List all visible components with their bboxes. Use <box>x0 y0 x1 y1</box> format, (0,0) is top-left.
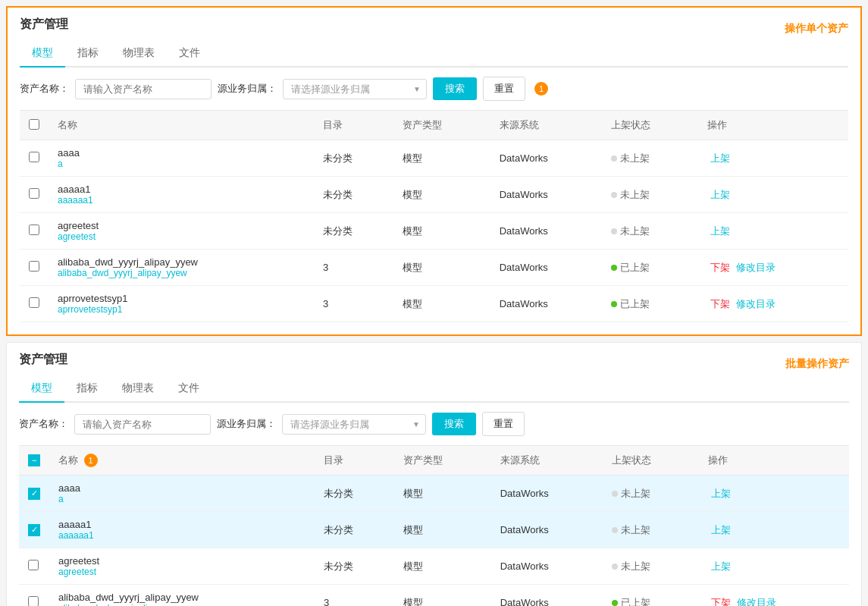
col-1-name: 名称 <box>49 111 314 140</box>
row-1-status-dot-3 <box>611 265 617 271</box>
row-1-status-dot-1 <box>611 192 617 198</box>
row-2-sub-3[interactable]: alibaba_dwd_yyyrj_alipay_yyew <box>58 603 306 606</box>
row-1-actions-4: 下架修改目录 <box>698 286 848 322</box>
row-2-checkbox-3[interactable] <box>28 596 39 606</box>
row-1-action-上架-2[interactable]: 上架 <box>707 225 733 238</box>
row-1-type-4: 模型 <box>393 286 490 322</box>
row-1-actions-2: 上架 <box>698 213 848 250</box>
row-2-actions-1: 上架 <box>699 512 849 548</box>
row-2-dir-3: 3 <box>315 585 394 607</box>
row-1-sub-2[interactable]: agreetest <box>58 231 305 242</box>
panel-2-action-hint: 批量操作资产 <box>785 357 849 371</box>
tab-1-metric[interactable]: 指标 <box>65 40 111 66</box>
row-1-name-4: aprrovetestsyp1 <box>58 293 305 304</box>
table-1-select-all[interactable] <box>29 119 39 130</box>
row-1-status-dot-2 <box>611 228 617 234</box>
row-2-checkbox-2[interactable] <box>28 560 39 570</box>
row-1-checkbox-0[interactable] <box>29 152 39 162</box>
tab-1-file[interactable]: 文件 <box>167 40 212 66</box>
panel-2-search-bar: 资产名称： 源业务归属： 请选择源业务归属 搜索 重置 <box>19 412 849 436</box>
row-1-sub-3[interactable]: alibaba_dwd_yyyrj_alipay_yyew <box>58 268 305 278</box>
row-1-action-上架-0[interactable]: 上架 <box>707 152 733 165</box>
row-1-source-0: DataWorks <box>490 140 602 177</box>
row-1-checkbox-2[interactable] <box>29 225 39 235</box>
search-1-name-input[interactable] <box>75 79 212 99</box>
col-1-action: 操作 <box>698 111 848 140</box>
row-1-action-下架-3[interactable]: 下架 <box>707 261 733 275</box>
row-1-checkbox-1[interactable] <box>29 188 39 199</box>
col-2-type: 资产类型 <box>394 446 490 476</box>
row-1-source-4: DataWorks <box>490 286 602 322</box>
row-2-type-2: 模型 <box>394 548 490 585</box>
reset-1-btn[interactable]: 重置 <box>483 77 525 101</box>
tab-2-file[interactable]: 文件 <box>166 375 212 401</box>
tab-2-metric[interactable]: 指标 <box>64 375 110 401</box>
row-2-action-下架-3[interactable]: 下架 <box>708 596 734 607</box>
row-1-name-3: alibaba_dwd_yyyrj_alipay_yyew <box>58 256 305 268</box>
row-1-source-2: DataWorks <box>490 213 602 250</box>
tab-2-model[interactable]: 模型 <box>19 375 64 403</box>
row-1-action-下架-4[interactable]: 下架 <box>707 297 733 311</box>
row-1-status-dot-0 <box>611 155 617 162</box>
row-1-sub-0[interactable]: a <box>58 159 305 169</box>
col-1-status: 上架状态 <box>602 111 698 140</box>
table-row: alibaba_dwd_yyyrj_alipay_yyewalibaba_dwd… <box>19 585 849 607</box>
panel-1-table: 名称 目录 资产类型 来源系统 上架状态 操作 aaaaa未分类模型DataWo… <box>20 110 848 322</box>
search-1-source-wrapper: 请选择源业务归属 <box>283 79 427 99</box>
row-1-action-修改目录-4[interactable]: 修改目录 <box>733 297 779 311</box>
row-2-action-修改目录-3[interactable]: 修改目录 <box>734 596 779 607</box>
row-2-status-text-3: 已上架 <box>621 597 650 607</box>
panel-2-title: 资产管理 <box>19 352 67 368</box>
table-row: aaaaa未分类模型DataWorks未上架上架 <box>19 476 849 512</box>
row-2-sub-1[interactable]: aaaaaa1 <box>58 530 306 541</box>
row-2-actions-2: 上架 <box>699 548 849 585</box>
row-1-sub-1[interactable]: aaaaaa1 <box>58 195 305 206</box>
row-2-type-0: 模型 <box>394 476 490 512</box>
panel-1-badge: 1 <box>534 82 548 96</box>
row-1-status-text-3: 已上架 <box>620 262 650 273</box>
table-2-select-all-minus[interactable] <box>28 454 40 466</box>
panel-1-action-hint: 操作单个资产 <box>785 22 848 36</box>
row-2-action-上架-1[interactable]: 上架 <box>708 523 734 537</box>
search-1-btn[interactable]: 搜索 <box>433 77 477 100</box>
row-1-action-上架-1[interactable]: 上架 <box>707 188 733 202</box>
row-2-dir-0: 未分类 <box>315 476 394 512</box>
row-1-name-2: agreetest <box>58 220 305 231</box>
search-2-source-select[interactable]: 请选择源业务归属 <box>282 414 426 435</box>
row-2-action-上架-2[interactable]: 上架 <box>708 560 734 573</box>
tab-1-physical[interactable]: 物理表 <box>111 40 167 66</box>
search-2-name-input[interactable] <box>74 414 211 435</box>
search-1-source-select[interactable]: 请选择源业务归属 <box>283 79 427 99</box>
row-2-sub-2[interactable]: agreetest <box>58 567 306 577</box>
search-2-source-label: 源业务归属： <box>217 417 276 431</box>
table-row: agreetestagreetest未分类模型DataWorks未上架上架 <box>20 213 848 250</box>
row-2-sub-0[interactable]: a <box>58 494 306 504</box>
reset-2-btn[interactable]: 重置 <box>482 412 525 436</box>
table-row: aaaaa未分类模型DataWorks未上架上架 <box>20 140 848 177</box>
table-1-header: 名称 目录 资产类型 来源系统 上架状态 操作 <box>20 111 848 140</box>
col-1-dir: 目录 <box>314 111 393 140</box>
panel-2: 资产管理 批量操作资产 模型 指标 物理表 文件 资产名称： 源业务归属： 请选… <box>6 342 862 606</box>
row-1-dir-4: 3 <box>314 286 393 322</box>
row-1-status-text-0: 未上架 <box>620 152 650 164</box>
row-1-type-0: 模型 <box>393 140 490 177</box>
search-2-btn[interactable]: 搜索 <box>432 413 476 435</box>
tab-1-model[interactable]: 模型 <box>20 40 65 68</box>
row-1-type-2: 模型 <box>393 213 490 250</box>
row-2-checkbox-0[interactable] <box>28 488 40 500</box>
row-1-sub-4[interactable]: aprrovetestsyp1 <box>58 304 305 315</box>
row-2-status-dot-1 <box>612 527 618 533</box>
row-1-checkbox-4[interactable] <box>29 297 39 308</box>
row-1-status-text-4: 已上架 <box>620 298 650 309</box>
row-2-checkbox-1[interactable] <box>28 524 40 536</box>
table-row: agreetestagreetest未分类模型DataWorks未上架上架 <box>19 548 849 585</box>
row-1-checkbox-3[interactable] <box>29 261 39 272</box>
col-2-source: 来源系统 <box>491 446 603 476</box>
panel-1-search-bar: 资产名称： 源业务归属： 请选择源业务归属 搜索 重置 1 <box>20 77 848 101</box>
tab-2-physical[interactable]: 物理表 <box>110 375 166 401</box>
row-2-status-dot-3 <box>612 600 618 606</box>
row-2-action-上架-0[interactable]: 上架 <box>708 487 734 501</box>
row-1-dir-1: 未分类 <box>314 177 393 213</box>
panel-2-table: 名称 1 目录 资产类型 来源系统 上架状态 操作 aaaaa未分类模型Data… <box>19 445 849 606</box>
row-1-action-修改目录-3[interactable]: 修改目录 <box>733 261 779 275</box>
